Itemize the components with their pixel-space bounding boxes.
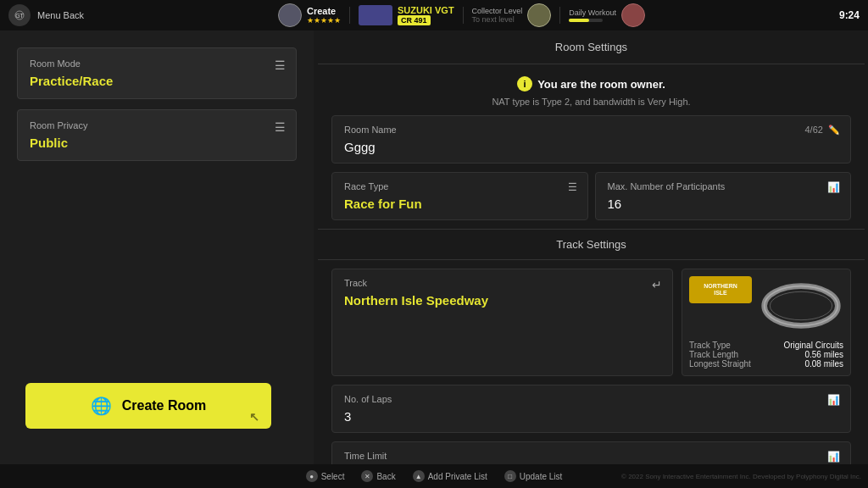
- room-mode-card[interactable]: Room Mode Practice/Race ☰: [17, 47, 297, 99]
- bottom-add-private-btn[interactable]: ▲ Add Private List: [413, 470, 487, 482]
- track-value: Northern Isle Speedway: [344, 293, 660, 308]
- track-card[interactable]: Track Northern Isle Speedway ↵: [331, 269, 673, 376]
- daily-workout-label: Daily Workout: [569, 8, 616, 17]
- track-length-info: Track Length 0.56 miles: [689, 350, 843, 359]
- top-bar-left: GT Menu Back: [8, 4, 84, 26]
- track-logo: NORTHERNISLE: [689, 276, 752, 303]
- max-participants-value: 16: [608, 197, 839, 211]
- track-length-key: Track Length: [689, 350, 738, 359]
- update-icon: □: [504, 470, 516, 482]
- nat-message: NAT type is Type 2, and bandwidth is Ver…: [492, 97, 690, 107]
- owner-info-box: i You are the room owner. NAT type is Ty…: [331, 76, 851, 107]
- race-config-row: Race Type Race for Fun ☰ Max. Number of …: [331, 172, 851, 220]
- player-avatar: [278, 3, 302, 27]
- cursor-pointer: ↖: [249, 410, 259, 424]
- bottom-back-label: Back: [376, 472, 395, 481]
- track-label: Track: [344, 278, 660, 288]
- menu-back-label: Menu Back: [37, 10, 84, 20]
- track-settings-header: Track Settings: [318, 229, 865, 260]
- select-icon: ●: [306, 470, 318, 482]
- laps-value: 3: [344, 409, 838, 424]
- create-room-label: Create Room: [122, 398, 207, 413]
- bottom-update-label: Update List: [520, 472, 563, 481]
- car-avatar: [359, 5, 392, 25]
- track-preview: NORTHERNISLE: [682, 269, 851, 376]
- max-participants-label: Max. Number of Participants: [608, 181, 839, 191]
- room-mode-label: Room Mode: [30, 58, 284, 69]
- room-mode-value: Practice/Race: [30, 74, 284, 88]
- svg-text:GT: GT: [15, 13, 24, 19]
- bottom-back-btn[interactable]: ✕ Back: [361, 470, 395, 482]
- track-info-section: Track Type Original Circuits Track Lengt…: [689, 341, 843, 369]
- info-icon: i: [517, 76, 532, 92]
- track-enter-icon[interactable]: ↵: [652, 278, 662, 291]
- bottom-update-btn[interactable]: □ Update List: [504, 470, 563, 482]
- bottom-select-label: Select: [321, 472, 345, 481]
- time-limit-chart-icon[interactable]: 📊: [827, 451, 840, 463]
- menu-icon[interactable]: GT: [8, 4, 31, 26]
- bottom-select-btn[interactable]: ● Select: [306, 470, 345, 482]
- top-bar-right: 9:24: [839, 9, 860, 21]
- globe-icon: 🌐: [91, 396, 112, 416]
- collector-sub: To next level: [472, 15, 515, 24]
- room-name-value: Gggg: [344, 140, 838, 154]
- longest-straight-key: Longest Straight: [689, 359, 751, 369]
- room-name-card[interactable]: Room Name Gggg 4/62 ✏️: [331, 115, 851, 164]
- track-type-key: Track Type: [689, 341, 731, 350]
- max-participants-chart-icon[interactable]: 📊: [827, 181, 840, 193]
- room-privacy-label: Room Privacy: [30, 120, 284, 130]
- track-length-val: 0.56 miles: [804, 350, 843, 359]
- back-icon: ✕: [361, 470, 373, 482]
- clock: 9:24: [839, 9, 860, 21]
- left-panel: Room Mode Practice/Race ☰ Room Privacy P…: [0, 30, 314, 488]
- car-name: SUZUKI VGT: [398, 5, 454, 15]
- top-bar-center: Create ★★★★★ SUZUKI VGT CR 491 Collector…: [278, 3, 645, 27]
- race-type-card[interactable]: Race Type Race for Fun ☰: [331, 172, 588, 220]
- collector-avatar: [527, 3, 551, 27]
- bottom-bar: ● Select ✕ Back ▲ Add Private List □ Upd…: [0, 464, 868, 488]
- max-participants-card[interactable]: Max. Number of Participants 16 📊: [595, 172, 852, 220]
- copyright-text: © 2022 Sony Interactive Entertainment In…: [621, 473, 861, 480]
- right-panel: Room Settings i You are the room owner. …: [318, 30, 865, 488]
- race-type-value: Race for Fun: [344, 197, 576, 211]
- cr-badge: CR 491: [398, 15, 431, 25]
- longest-straight-info: Longest Straight 0.08 miles: [689, 359, 843, 369]
- create-stars: ★★★★★: [307, 16, 341, 25]
- daily-avatar: [621, 3, 645, 27]
- track-map: [759, 276, 843, 336]
- track-row: Track Northern Isle Speedway ↵ NORTHERNI…: [331, 269, 851, 376]
- owner-message-row: i You are the room owner.: [517, 76, 665, 92]
- room-name-counter: 4/62 ✏️: [804, 125, 840, 136]
- track-type-val: Original Circuits: [783, 341, 843, 350]
- race-type-menu-icon[interactable]: ☰: [568, 181, 577, 193]
- room-privacy-card[interactable]: Room Privacy Public ☰: [17, 109, 297, 161]
- create-label: Create: [307, 6, 336, 16]
- laps-label: No. of Laps: [344, 394, 838, 404]
- room-privacy-value: Public: [30, 136, 284, 150]
- collector-label: Collector Level: [472, 7, 523, 15]
- create-room-button[interactable]: 🌐 Create Room ↖: [25, 383, 271, 429]
- bottom-add-private-label: Add Private List: [428, 472, 487, 481]
- room-privacy-menu-icon[interactable]: ☰: [275, 120, 286, 134]
- track-logo-line1: NORTHERNISLE: [704, 283, 737, 297]
- room-name-label: Room Name: [344, 125, 838, 135]
- track-type-info: Track Type Original Circuits: [689, 341, 843, 350]
- longest-straight-val: 0.08 miles: [804, 359, 843, 369]
- owner-message-text: You are the room owner.: [537, 78, 665, 91]
- add-private-icon: ▲: [413, 470, 425, 482]
- room-mode-menu-icon[interactable]: ☰: [275, 58, 286, 72]
- room-settings-header: Room Settings: [318, 30, 865, 64]
- time-limit-label: Time Limit: [344, 451, 838, 461]
- laps-card[interactable]: No. of Laps 3 📊: [331, 385, 851, 433]
- top-navigation: GT Menu Back Create ★★★★★ SUZUKI VGT CR …: [0, 0, 868, 30]
- race-type-label: Race Type: [344, 181, 576, 191]
- laps-chart-icon[interactable]: 📊: [827, 394, 840, 406]
